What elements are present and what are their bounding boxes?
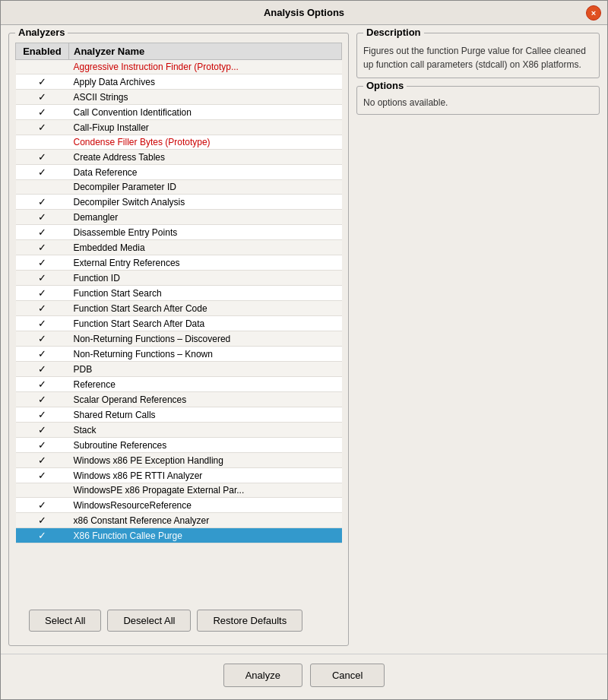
select-all-button[interactable]: Select All: [29, 610, 101, 632]
table-row[interactable]: ✓Shared Return Calls: [16, 407, 342, 423]
enabled-cell: ✓: [16, 423, 69, 438]
table-row[interactable]: Aggressive Instruction Finder (Prototyp.…: [16, 60, 342, 74]
name-cell: Decompiler Parameter ID: [69, 180, 342, 195]
enabled-cell: ✓: [16, 301, 69, 316]
bottom-buttons: Select All Deselect All Restore Defaults: [15, 603, 342, 639]
cancel-button[interactable]: Cancel: [310, 664, 385, 687]
name-cell: Aggressive Instruction Finder (Prototyp.…: [69, 60, 342, 74]
table-row[interactable]: ✓Non-Returning Functions – Discovered: [16, 331, 342, 347]
table-row[interactable]: ✓External Entry References: [16, 255, 342, 271]
table-row[interactable]: Condense Filler Bytes (Prototype): [16, 135, 342, 150]
name-cell: Demangler: [69, 210, 342, 225]
col-name: Analyzer Name: [69, 43, 342, 60]
name-cell: Non-Returning Functions – Discovered: [69, 331, 342, 347]
table-row[interactable]: ✓Call Convention Identification: [16, 105, 342, 120]
table-row[interactable]: ✓PDB: [16, 362, 342, 377]
main-content: Analyzers Enabled Analyzer Name Aggressi…: [1, 25, 607, 654]
table-row[interactable]: ✓Call-Fixup Installer: [16, 120, 342, 135]
options-label: Options: [363, 80, 407, 91]
enabled-cell: [16, 483, 69, 498]
table-row[interactable]: ✓Windows x86 PE RTTI Analyzer: [16, 468, 342, 483]
right-panel: Description Figures out the function Pur…: [356, 33, 600, 646]
enabled-cell: ✓: [16, 210, 69, 225]
enabled-cell: ✓: [16, 150, 69, 165]
col-enabled: Enabled: [16, 43, 69, 60]
table-row[interactable]: ✓Stack: [16, 423, 342, 438]
enabled-cell: ✓: [16, 513, 69, 528]
title-bar: Analysis Options ×: [1, 1, 607, 25]
table-row[interactable]: ✓Create Address Tables: [16, 150, 342, 165]
enabled-cell: ✓: [16, 225, 69, 240]
name-cell: Decompiler Switch Analysis: [69, 195, 342, 210]
analyzer-table-wrapper[interactable]: Enabled Analyzer Name Aggressive Instruc…: [15, 43, 342, 603]
name-cell: Stack: [69, 423, 342, 438]
enabled-cell: ✓: [16, 286, 69, 301]
table-row[interactable]: ✓Reference: [16, 377, 342, 392]
name-cell: Shared Return Calls: [69, 407, 342, 423]
enabled-cell: [16, 135, 69, 150]
table-row[interactable]: ✓Windows x86 PE Exception Handling: [16, 453, 342, 468]
footer: Analyze Cancel: [1, 654, 607, 699]
table-row[interactable]: ✓Function Start Search After Code: [16, 301, 342, 316]
enabled-cell: ✓: [16, 165, 69, 180]
name-cell: Data Reference: [69, 165, 342, 180]
table-row[interactable]: ✓Function Start Search: [16, 286, 342, 301]
analyzers-label: Analyzers: [15, 27, 68, 38]
name-cell: X86 Function Callee Purge: [69, 528, 342, 543]
enabled-cell: ✓: [16, 347, 69, 362]
table-row[interactable]: ✓Apply Data Archives: [16, 74, 342, 90]
name-cell: Non-Returning Functions – Known: [69, 347, 342, 362]
enabled-cell: [16, 180, 69, 195]
enabled-cell: ✓: [16, 362, 69, 377]
name-cell: Create Address Tables: [69, 150, 342, 165]
enabled-cell: ✓: [16, 120, 69, 135]
name-cell: Subroutine References: [69, 438, 342, 453]
name-cell: Condense Filler Bytes (Prototype): [69, 135, 342, 150]
name-cell: Apply Data Archives: [69, 74, 342, 90]
restore-defaults-button[interactable]: Restore Defaults: [197, 610, 302, 632]
table-row[interactable]: ✓Disassemble Entry Points: [16, 225, 342, 240]
table-row[interactable]: ✓x86 Constant Reference Analyzer: [16, 513, 342, 528]
name-cell: External Entry References: [69, 255, 342, 271]
enabled-cell: ✓: [16, 377, 69, 392]
dialog: Analysis Options × Analyzers Enabled Ana…: [0, 0, 608, 700]
table-row[interactable]: ✓Embedded Media: [16, 240, 342, 255]
name-cell: Embedded Media: [69, 240, 342, 255]
table-row[interactable]: ✓Data Reference: [16, 165, 342, 180]
close-button[interactable]: ×: [586, 5, 601, 21]
table-row[interactable]: ✓Function Start Search After Data: [16, 316, 342, 331]
table-row[interactable]: ✓Decompiler Switch Analysis: [16, 195, 342, 210]
name-cell: Windows x86 PE Exception Handling: [69, 453, 342, 468]
table-row[interactable]: ✓Non-Returning Functions – Known: [16, 347, 342, 362]
enabled-cell: ✓: [16, 316, 69, 331]
enabled-cell: [16, 60, 69, 74]
name-cell: WindowsResourceReference: [69, 498, 342, 513]
description-label: Description: [363, 27, 424, 38]
table-row[interactable]: ✓Function ID: [16, 271, 342, 286]
table-row[interactable]: ✓WindowsResourceReference: [16, 498, 342, 513]
name-cell: PDB: [69, 362, 342, 377]
enabled-cell: ✓: [16, 240, 69, 255]
table-row[interactable]: ✓Demangler: [16, 210, 342, 225]
name-cell: Scalar Operand References: [69, 392, 342, 407]
table-row[interactable]: WindowsPE x86 Propagate External Par...: [16, 483, 342, 498]
name-cell: ASCII Strings: [69, 90, 342, 105]
name-cell: Disassemble Entry Points: [69, 225, 342, 240]
enabled-cell: ✓: [16, 271, 69, 286]
table-row[interactable]: Decompiler Parameter ID: [16, 180, 342, 195]
name-cell: Call Convention Identification: [69, 105, 342, 120]
name-cell: Windows x86 PE RTTI Analyzer: [69, 468, 342, 483]
deselect-all-button[interactable]: Deselect All: [107, 610, 191, 632]
enabled-cell: ✓: [16, 453, 69, 468]
analyzers-panel: Analyzers Enabled Analyzer Name Aggressi…: [8, 33, 349, 646]
table-row[interactable]: ✓ASCII Strings: [16, 90, 342, 105]
description-text: Figures out the function Purge value for…: [363, 44, 593, 71]
description-box: Description Figures out the function Pur…: [356, 33, 600, 78]
options-text: No options available.: [363, 97, 593, 108]
enabled-cell: ✓: [16, 255, 69, 271]
analyze-button[interactable]: Analyze: [223, 664, 302, 687]
name-cell: Reference: [69, 377, 342, 392]
table-row[interactable]: ✓Subroutine References: [16, 438, 342, 453]
table-row[interactable]: ✓Scalar Operand References: [16, 392, 342, 407]
table-row[interactable]: ✓X86 Function Callee Purge: [16, 528, 342, 543]
